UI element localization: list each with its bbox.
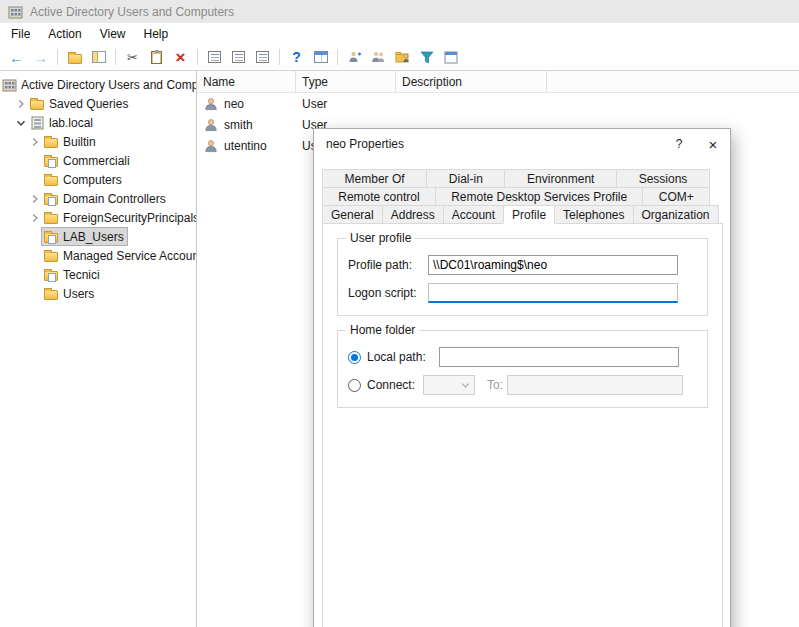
set-filter-options-icon[interactable]	[440, 46, 461, 68]
profile-tab-panel: User profile Profile path: Logon script:…	[322, 223, 723, 627]
list-row-neo[interactable]: neo User	[197, 93, 799, 114]
connect-to-input[interactable]	[507, 375, 683, 395]
tab-organization[interactable]: Organization	[633, 205, 719, 224]
tab-address[interactable]: Address	[382, 205, 444, 224]
tree-item-lab-users[interactable]: LAB_Users	[0, 227, 196, 246]
tree-item-computers[interactable]: Computers	[0, 170, 196, 189]
folder-icon	[29, 96, 45, 111]
tab-account[interactable]: Account	[443, 205, 504, 224]
domain-icon	[29, 115, 45, 130]
tab-strip: Member Of Dial-in Environment Sessions R…	[322, 169, 710, 224]
tree-item-label: Active Directory Users and Computers	[21, 78, 197, 92]
tree-item-label: Users	[63, 287, 94, 301]
folder-icon	[43, 286, 59, 301]
tree-item-managed-service-accounts[interactable]: Managed Service Accounts	[0, 246, 196, 265]
folder-icon	[43, 248, 59, 263]
new-group-icon[interactable]	[368, 46, 389, 68]
chevron-down-icon	[461, 381, 470, 390]
tab-profile[interactable]: Profile	[503, 205, 555, 224]
user-icon	[203, 96, 219, 111]
tab-environment[interactable]: Environment	[504, 169, 617, 188]
logon-script-input[interactable]	[428, 283, 678, 303]
window-title: Active Directory Users and Computers	[30, 5, 234, 19]
menu-file[interactable]: File	[2, 25, 39, 43]
chevron-right-icon[interactable]	[28, 137, 42, 147]
selected-tree-item[interactable]: LAB_Users	[42, 228, 127, 245]
connect-radio[interactable]	[348, 379, 361, 392]
tree-item-domain-controllers[interactable]: Domain Controllers	[0, 189, 196, 208]
home-folder-group: Home folder Local path: Connect: To:	[337, 330, 708, 408]
chevron-right-icon[interactable]	[14, 99, 28, 109]
export-list-icon[interactable]	[252, 46, 273, 68]
title-bar[interactable]: Active Directory Users and Computers	[0, 0, 799, 23]
tab-com-plus[interactable]: COM+	[642, 187, 710, 206]
paste-icon[interactable]	[146, 46, 167, 68]
help-icon[interactable]: ?	[286, 46, 307, 68]
column-header-description[interactable]: Description	[396, 71, 547, 92]
tree-item-foreign-security-principals[interactable]: ForeignSecurityPrincipals	[0, 208, 196, 227]
tab-sessions[interactable]: Sessions	[616, 169, 710, 188]
dialog-close-button[interactable]: ×	[696, 129, 730, 159]
group-label: Home folder	[346, 323, 419, 337]
aduc-window: Active Directory Users and Computers Fil…	[0, 0, 799, 627]
tab-dial-in[interactable]: Dial-in	[426, 169, 505, 188]
refresh-icon[interactable]	[228, 46, 249, 68]
local-path-input[interactable]	[439, 347, 679, 367]
forward-icon[interactable]: →	[30, 46, 51, 68]
list-header: Name Type Description	[197, 71, 799, 93]
toolbar-separator	[57, 49, 58, 65]
tab-general[interactable]: General	[322, 205, 383, 224]
neo-properties-dialog: neo Properties ? × Member Of Dial-in Env…	[313, 128, 731, 627]
dialog-help-button[interactable]: ?	[662, 129, 696, 159]
toolbar-separator	[115, 49, 116, 65]
group-label: User profile	[346, 231, 415, 245]
toolbar-separator	[279, 49, 280, 65]
menu-action[interactable]: Action	[39, 25, 90, 43]
back-icon[interactable]: ←	[6, 46, 27, 68]
tree-item-lab-local[interactable]: lab.local	[0, 113, 196, 132]
filter-icon[interactable]	[416, 46, 437, 68]
menu-help[interactable]: Help	[135, 25, 178, 43]
column-header-type[interactable]: Type	[296, 71, 396, 92]
folder-icon	[43, 134, 59, 149]
profile-path-input[interactable]	[428, 255, 678, 275]
tab-remote-desktop-services-profile[interactable]: Remote Desktop Services Profile	[435, 187, 644, 206]
tab-member-of[interactable]: Member Of	[322, 169, 427, 188]
new-user-icon[interactable]	[344, 46, 365, 68]
delete-icon[interactable]: ×	[170, 46, 191, 68]
tree-item-root[interactable]: Active Directory Users and Computers	[0, 75, 196, 94]
properties-icon[interactable]	[204, 46, 225, 68]
drive-letter-dropdown[interactable]	[423, 375, 475, 395]
local-path-radio[interactable]	[348, 351, 361, 364]
cut-icon[interactable]: ✂	[122, 46, 143, 68]
toolbar: ← → ✂ × ?	[0, 44, 799, 71]
ou-folder-icon	[43, 153, 59, 168]
tree-item-tecnici[interactable]: Tecnici	[0, 265, 196, 284]
menu-bar: File Action View Help	[0, 23, 799, 44]
view-table-icon[interactable]	[310, 46, 331, 68]
up-one-level-icon[interactable]	[64, 46, 85, 68]
menu-view[interactable]: View	[91, 25, 135, 43]
logon-script-label: Logon script:	[348, 286, 428, 300]
tab-telephones[interactable]: Telephones	[554, 205, 633, 224]
tree-item-commerciali[interactable]: Commerciali	[0, 151, 196, 170]
chevron-right-icon[interactable]	[28, 213, 42, 223]
tree-item-users[interactable]: Users	[0, 284, 196, 303]
column-header-name[interactable]: Name	[197, 71, 296, 92]
folder-icon	[43, 172, 59, 187]
row-name: utentino	[224, 139, 267, 153]
chevron-down-icon[interactable]	[14, 118, 28, 128]
add-to-group-icon[interactable]	[392, 46, 413, 68]
tab-remote-control[interactable]: Remote control	[322, 187, 436, 206]
show-hide-console-tree-icon[interactable]	[88, 46, 109, 68]
tree-item-label: lab.local	[49, 116, 93, 130]
folder-icon	[43, 210, 59, 225]
console-tree: Active Directory Users and Computers Sav…	[0, 71, 197, 627]
user-icon	[203, 138, 219, 153]
to-label: To:	[487, 378, 503, 392]
tree-item-saved-queries[interactable]: Saved Queries	[0, 94, 196, 113]
chevron-right-icon[interactable]	[28, 194, 42, 204]
tab-row-2: Remote control Remote Desktop Services P…	[322, 187, 710, 206]
dialog-title-bar[interactable]: neo Properties ? ×	[314, 129, 730, 159]
tree-item-builtin[interactable]: Builtin	[0, 132, 196, 151]
